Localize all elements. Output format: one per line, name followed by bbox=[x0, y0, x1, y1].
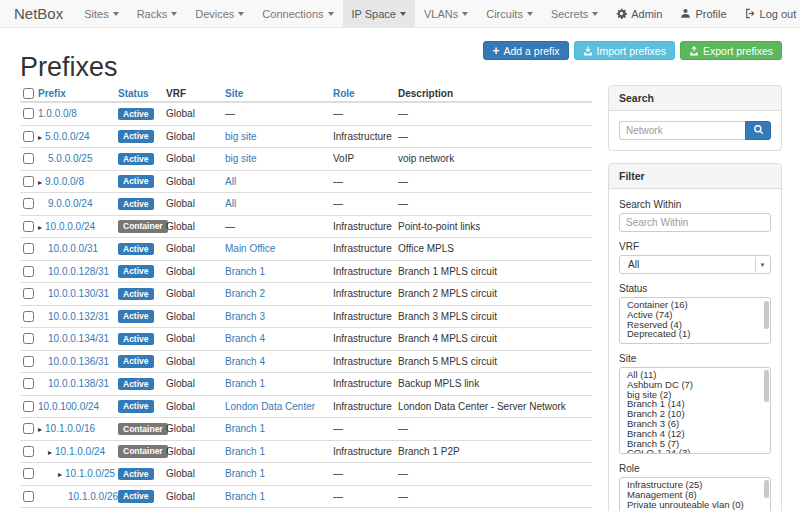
nav-item-log-out[interactable]: Log out bbox=[736, 0, 800, 27]
nav-item-ip-space[interactable]: IP Space bbox=[343, 0, 415, 27]
status-badge: Active bbox=[118, 130, 154, 143]
site-link[interactable]: Branch 1 bbox=[225, 378, 265, 389]
role-option[interactable]: Private unrouteable vlan (0) bbox=[620, 500, 770, 510]
site-link[interactable]: Branch 4 bbox=[225, 333, 265, 344]
status-option[interactable]: Deprecated (1) bbox=[620, 329, 770, 339]
row-checkbox[interactable] bbox=[23, 333, 34, 344]
site-link[interactable]: Branch 1 bbox=[225, 491, 265, 502]
row-checkbox[interactable] bbox=[23, 423, 34, 434]
nav-item-label: Log out bbox=[760, 8, 797, 20]
row-checkbox[interactable] bbox=[23, 491, 34, 502]
column-header-status[interactable]: Status bbox=[118, 88, 149, 99]
scrollbar-thumb[interactable] bbox=[764, 370, 769, 402]
nav-item-racks[interactable]: Racks bbox=[128, 0, 187, 27]
nav-item-sites[interactable]: Sites bbox=[75, 0, 127, 27]
import-prefixes-button[interactable]: Import prefixes bbox=[574, 41, 675, 60]
site-link[interactable]: Branch 1 bbox=[225, 468, 265, 479]
column-header-role[interactable]: Role bbox=[333, 88, 355, 99]
row-checkbox[interactable] bbox=[23, 446, 34, 457]
select-all-checkbox[interactable] bbox=[23, 88, 34, 99]
prefix-link[interactable]: 10.0.0.136/31 bbox=[48, 356, 109, 367]
description-cell: Point-to-point links bbox=[398, 221, 592, 232]
scrollbar-thumb[interactable] bbox=[764, 480, 769, 498]
row-checkbox[interactable] bbox=[23, 378, 34, 389]
prefix-link[interactable]: 10.1.0.0/24 bbox=[55, 446, 105, 457]
nav-item-connections[interactable]: Connections bbox=[253, 0, 342, 27]
row-checkbox[interactable] bbox=[23, 401, 34, 412]
nav-item-profile[interactable]: Profile bbox=[671, 0, 735, 27]
status-badge: Active bbox=[118, 310, 154, 323]
site-link[interactable]: Branch 1 bbox=[225, 266, 265, 277]
export-prefixes-button[interactable]: Export prefixes bbox=[680, 41, 782, 60]
prefix-link[interactable]: 5.0.0.0/25 bbox=[48, 153, 92, 164]
prefix-link[interactable]: 10.0.0.128/31 bbox=[48, 266, 109, 277]
row-checkbox[interactable] bbox=[23, 198, 34, 209]
prefix-link[interactable]: 10.0.0.132/31 bbox=[48, 311, 109, 322]
prefix-link[interactable]: 10.0.0.0/24 bbox=[45, 221, 95, 232]
site-link[interactable]: big site bbox=[225, 131, 257, 142]
search-input[interactable] bbox=[619, 121, 745, 140]
vrf-cell: Global bbox=[166, 243, 225, 254]
role-listbox[interactable]: Infrastructure (25)Management (8)Private… bbox=[619, 477, 771, 511]
chevron-down-icon bbox=[238, 12, 244, 16]
site-link[interactable]: Branch 4 bbox=[225, 356, 265, 367]
search-button[interactable] bbox=[745, 121, 771, 140]
row-checkbox[interactable] bbox=[23, 108, 34, 119]
row-checkbox[interactable] bbox=[23, 266, 34, 277]
row-checkbox[interactable] bbox=[23, 131, 34, 142]
prefix-link[interactable]: 10.0.0.138/31 bbox=[48, 378, 109, 389]
column-header-prefix[interactable]: Prefix bbox=[38, 88, 66, 99]
site-link[interactable]: All bbox=[225, 176, 236, 187]
site-link[interactable]: Branch 2 bbox=[225, 288, 265, 299]
status-listbox[interactable]: Container (16)Active (74)Reserved (4)Dep… bbox=[619, 297, 771, 344]
nav-item-circuits[interactable]: Circuits bbox=[477, 0, 542, 27]
nav-item-secrets[interactable]: Secrets bbox=[542, 0, 607, 27]
status-label: Status bbox=[619, 283, 771, 294]
row-checkbox[interactable] bbox=[23, 243, 34, 254]
prefix-link[interactable]: 5.0.0.0/24 bbox=[45, 131, 89, 142]
prefix-link[interactable]: 10.0.0.130/31 bbox=[48, 288, 109, 299]
row-checkbox[interactable] bbox=[23, 153, 34, 164]
column-header-site[interactable]: Site bbox=[225, 88, 243, 99]
status-badge: Active bbox=[118, 490, 154, 503]
prefix-link[interactable]: 10.0.0.134/31 bbox=[48, 333, 109, 344]
status-badge: Active bbox=[118, 400, 154, 413]
description-cell: — bbox=[398, 491, 592, 502]
site-link[interactable]: Branch 1 bbox=[225, 423, 265, 434]
prefix-link[interactable]: 10.1.0.0/26 bbox=[68, 491, 118, 502]
nav-item-devices[interactable]: Devices bbox=[186, 0, 253, 27]
nav-item-vlans[interactable]: VLANs bbox=[415, 0, 477, 27]
nav-item-admin[interactable]: Admin bbox=[607, 0, 671, 27]
site-listbox[interactable]: All (11)Ashburn DC (7)big site (2)Branch… bbox=[619, 367, 771, 454]
scrollbar-thumb[interactable] bbox=[764, 301, 769, 329]
site-link[interactable]: Branch 1 bbox=[225, 446, 265, 457]
row-checkbox[interactable] bbox=[23, 356, 34, 367]
site-link[interactable]: London Data Center bbox=[225, 401, 315, 412]
netbox-brand[interactable]: NetBox bbox=[14, 0, 63, 27]
prefix-link[interactable]: 10.0.0.0/31 bbox=[48, 243, 98, 254]
table-row: 1.0.0.0/8ActiveGlobal——— bbox=[20, 103, 592, 126]
row-checkbox[interactable] bbox=[23, 311, 34, 322]
site-option[interactable]: COLO-1-24 (3) bbox=[620, 448, 770, 454]
description-cell: — bbox=[398, 176, 592, 187]
site-link[interactable]: Main Office bbox=[225, 243, 275, 254]
site-link[interactable]: big site bbox=[225, 153, 257, 164]
prefix-link[interactable]: 10.1.0.0/16 bbox=[45, 423, 95, 434]
prefix-link[interactable]: 10.1.0.0/25 bbox=[65, 468, 115, 479]
vrf-select[interactable]: All ▼ bbox=[619, 255, 771, 274]
status-badge: Active bbox=[118, 198, 154, 211]
add-prefix-button[interactable]: +Add a prefix bbox=[483, 41, 568, 60]
user-icon bbox=[680, 8, 691, 19]
site-link[interactable]: Branch 3 bbox=[225, 311, 265, 322]
prefix-link[interactable]: 9.0.0.0/8 bbox=[45, 176, 84, 187]
prefix-link[interactable]: 9.0.0.0/24 bbox=[48, 198, 92, 209]
row-checkbox[interactable] bbox=[23, 221, 34, 232]
row-checkbox[interactable] bbox=[23, 288, 34, 299]
column-header-vrf: VRF bbox=[166, 88, 186, 99]
row-checkbox[interactable] bbox=[23, 468, 34, 479]
prefix-link[interactable]: 1.0.0.0/8 bbox=[38, 108, 77, 119]
prefix-link[interactable]: 10.0.100.0/24 bbox=[38, 401, 99, 412]
row-checkbox[interactable] bbox=[23, 176, 34, 187]
search-within-input[interactable] bbox=[619, 213, 771, 232]
site-link[interactable]: All bbox=[225, 198, 236, 209]
